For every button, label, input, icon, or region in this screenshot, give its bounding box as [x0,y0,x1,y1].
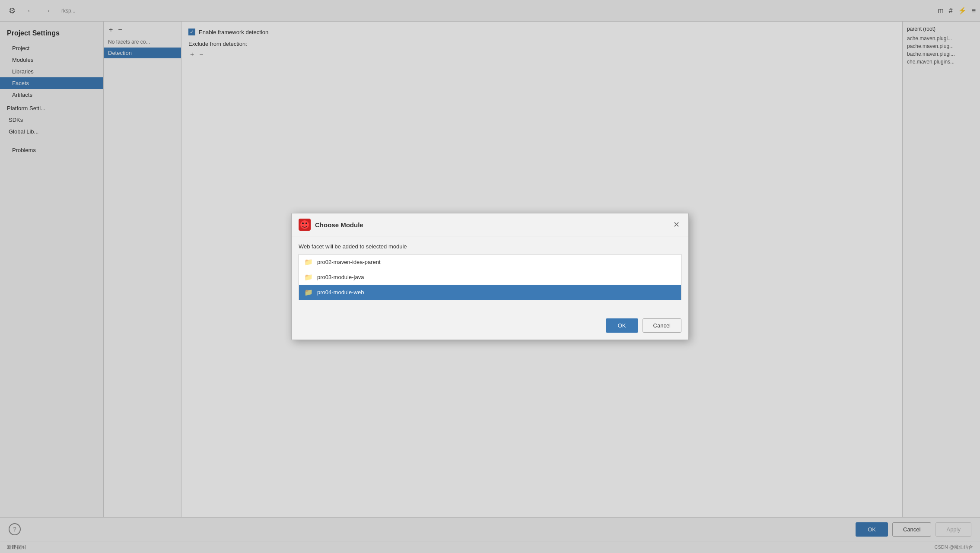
svg-point-2 [302,222,304,224]
modal-title: Choose Module [315,221,667,229]
choose-module-dialog: Choose Module ✕ Web facet will be added … [291,213,689,340]
module-item-2[interactable]: 📁 pro04-module-web [299,285,681,300]
modal-subtitle: Web facet will be added to selected modu… [299,243,681,250]
module-name-1: pro03-module-java [317,274,364,280]
modal-header: Choose Module ✕ [292,213,688,236]
ide-window: ⚙ ← → rksp... m # ⚡ ≡ Project Settings P… [0,0,980,553]
module-name-0: pro02-maven-idea-parent [317,259,381,265]
modal-overlay: Choose Module ✕ Web facet will be added … [0,0,980,553]
modal-cancel-button[interactable]: Cancel [643,318,681,333]
svg-point-3 [305,222,307,224]
folder-icon-1: 📁 [304,273,313,281]
module-item-1[interactable]: 📁 pro03-module-java [299,270,681,285]
modal-icon [299,219,311,231]
modal-close-button[interactable]: ✕ [671,221,681,229]
module-name-2: pro04-module-web [317,289,364,296]
modal-footer: OK Cancel [292,314,688,340]
svg-point-1 [300,220,309,229]
module-list: 📁 pro02-maven-idea-parent 📁 pro03-module… [299,254,681,300]
modal-body: Web facet will be added to selected modu… [292,236,688,314]
folder-icon-0: 📁 [304,258,313,266]
folder-icon-2: 📁 [304,288,313,296]
module-item-0[interactable]: 📁 pro02-maven-idea-parent [299,254,681,270]
modal-ok-button[interactable]: OK [606,318,638,333]
